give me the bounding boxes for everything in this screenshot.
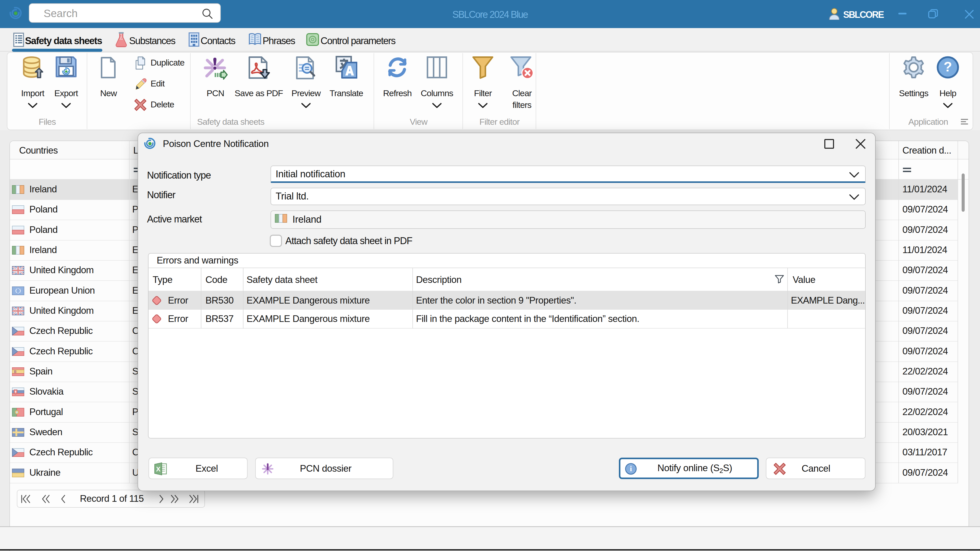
svg-text:i: i — [630, 464, 632, 473]
svg-text:X: X — [156, 465, 161, 473]
svg-text:?: ? — [944, 59, 952, 74]
